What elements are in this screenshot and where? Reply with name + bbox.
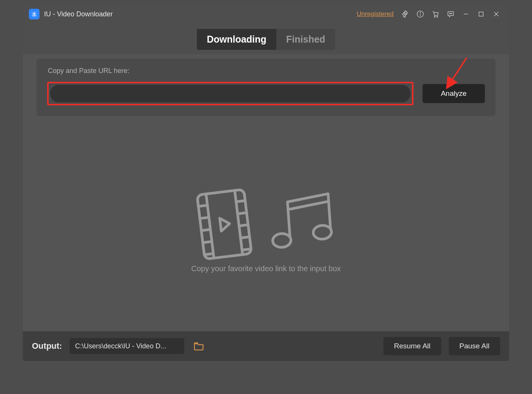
svg-line-20 — [201, 229, 211, 230]
feedback-button[interactable] — [443, 6, 458, 22]
titlebar: IU - Video Downloader Unregistered — [23, 3, 509, 25]
cart-icon — [431, 10, 440, 18]
svg-rect-11 — [479, 12, 483, 16]
url-input[interactable] — [50, 85, 410, 102]
bottombar: Output: Resume All Pause All — [23, 331, 509, 361]
svg-line-24 — [238, 213, 247, 214]
chat-icon — [446, 10, 455, 18]
svg-line-25 — [239, 225, 248, 226]
svg-line-16 — [206, 194, 214, 258]
content-area: Copy and Paste URL here: Analyze — [23, 54, 509, 331]
svg-point-4 — [420, 12, 420, 13]
svg-line-23 — [236, 201, 245, 202]
url-label: Copy and Paste URL here: — [48, 67, 485, 75]
app-title: IU - Video Downloader — [44, 10, 113, 18]
analyze-button[interactable]: Analyze — [423, 84, 485, 103]
svg-line-28 — [288, 201, 329, 209]
music-note-icon — [260, 188, 340, 258]
svg-line-22 — [204, 254, 214, 255]
minimize-button[interactable] — [458, 6, 473, 22]
close-button[interactable] — [489, 6, 504, 22]
film-icon — [192, 186, 257, 262]
url-panel: Copy and Paste URL here: Analyze — [36, 59, 496, 116]
maximize-icon — [477, 10, 485, 18]
svg-line-26 — [241, 237, 250, 238]
svg-point-1 — [404, 13, 406, 15]
close-icon — [492, 10, 500, 18]
url-row: Analyze — [47, 82, 485, 105]
app-icon — [29, 9, 40, 19]
svg-point-29 — [272, 233, 291, 248]
url-input-highlight — [47, 82, 413, 105]
svg-point-9 — [451, 13, 452, 14]
svg-point-8 — [450, 13, 451, 14]
tabs: Downloading Finished — [197, 29, 335, 50]
svg-line-18 — [198, 205, 207, 207]
minimize-icon — [462, 10, 470, 18]
svg-point-6 — [437, 16, 438, 17]
settings-button[interactable] — [397, 6, 413, 22]
maximize-button[interactable] — [473, 6, 489, 22]
empty-state: Copy your favorite video link to the inp… — [23, 185, 509, 273]
svg-line-19 — [200, 217, 209, 218]
info-icon — [416, 10, 424, 18]
output-label: Output: — [32, 341, 62, 351]
tabs-row: Downloading Finished — [23, 25, 509, 54]
resume-all-button[interactable]: Resume All — [383, 337, 441, 355]
tab-downloading[interactable]: Downloading — [197, 29, 276, 50]
cart-button[interactable] — [428, 6, 443, 22]
empty-icons — [192, 180, 340, 262]
svg-line-21 — [203, 241, 212, 243]
gear-icon — [401, 10, 409, 18]
svg-point-5 — [434, 16, 435, 17]
app-window: IU - Video Downloader Unregistered Downl… — [23, 3, 509, 361]
info-button[interactable] — [413, 6, 428, 22]
svg-line-27 — [242, 249, 251, 250]
output-path[interactable] — [70, 338, 184, 354]
unregistered-link[interactable]: Unregistered — [357, 10, 394, 18]
browse-folder-button[interactable] — [192, 339, 206, 353]
svg-point-7 — [450, 13, 450, 14]
tab-finished[interactable]: Finished — [276, 29, 335, 50]
pause-all-button[interactable]: Pause All — [449, 337, 500, 355]
folder-icon — [193, 340, 204, 352]
svg-point-30 — [313, 225, 332, 240]
empty-hint: Copy your favorite video link to the inp… — [191, 264, 341, 273]
